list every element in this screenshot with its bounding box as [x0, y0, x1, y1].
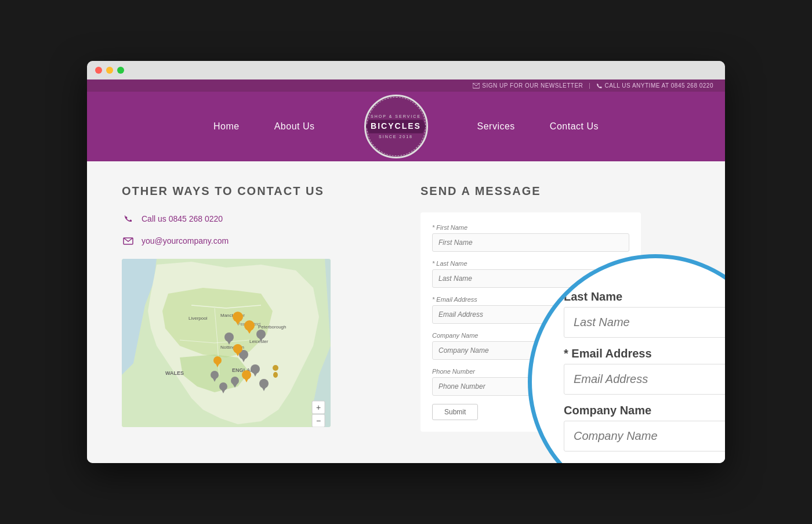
nav-home[interactable]: Home	[213, 121, 240, 132]
phone-contact-icon	[122, 212, 135, 225]
first-name-group: * First Name	[432, 224, 629, 252]
email-contact-label[interactable]: you@yourcompany.com	[142, 236, 229, 245]
email-icon	[473, 83, 480, 89]
nav-links: Home About Us SHOP & SERVICE BICYCLES SI…	[213, 92, 599, 161]
browser-window: SIGN UP FOR OUR NEWSLETTER | CALL US ANY…	[87, 61, 725, 463]
dot-close[interactable]	[95, 67, 102, 74]
phone-contact-item: Call us 0845 268 0220	[122, 212, 392, 225]
zoom-email-input[interactable]	[564, 364, 725, 395]
phone-contact-label[interactable]: Call us 0845 268 0220	[142, 214, 223, 223]
first-name-label: * First Name	[432, 224, 629, 231]
nav-contact[interactable]: Contact Us	[550, 121, 599, 132]
left-column: OTHER WAYS TO CONTACT US Call us 0845 26…	[122, 185, 392, 440]
zoom-email-label: * Email Address	[564, 347, 725, 360]
first-name-input[interactable]	[432, 233, 629, 252]
svg-text:Liverpool: Liverpool	[188, 316, 208, 321]
contact-section-title: OTHER WAYS TO CONTACT US	[122, 185, 392, 198]
dot-minimize[interactable]	[106, 67, 113, 74]
svg-text:Leicester: Leicester	[249, 339, 269, 344]
info-bar: SIGN UP FOR OUR NEWSLETTER | CALL US ANY…	[87, 79, 725, 92]
last-name-label: * Last Name	[432, 260, 629, 267]
logo-badge[interactable]: SHOP & SERVICE BICYCLES SINCE 2018	[361, 92, 431, 161]
svg-point-38	[273, 372, 278, 378]
svg-point-37	[273, 365, 278, 371]
separator: |	[589, 82, 590, 89]
map-container[interactable]: Liverpool Manchester Nottingham Leiceste…	[122, 259, 331, 427]
svg-text:Peterborough: Peterborough	[258, 324, 286, 330]
zoom-lastname-input[interactable]	[564, 307, 725, 338]
zoom-email-group: * Email Address	[564, 347, 725, 395]
logo-top-text: SHOP & SERVICE	[371, 114, 421, 118]
nav-about[interactable]: About Us	[274, 121, 315, 132]
logo-inner: SHOP & SERVICE BICYCLES SINCE 2018	[364, 95, 428, 158]
submit-button[interactable]: Submit	[432, 404, 478, 420]
zoom-company-group: Company Name	[564, 404, 725, 451]
nav-bar: Home About Us SHOP & SERVICE BICYCLES SI…	[87, 92, 725, 161]
zoom-lastname-group: Last Name	[564, 290, 725, 338]
phone-info: CALL US ANYTIME AT 0845 268 0220	[596, 82, 713, 89]
logo-bottom-text: SINCE 2018	[379, 135, 413, 139]
email-contact-item: you@yourcompany.com	[122, 234, 392, 247]
email-contact-icon	[122, 234, 135, 247]
svg-text:WALES: WALES	[165, 370, 184, 376]
dot-maximize[interactable]	[117, 67, 124, 74]
zoom-company-input[interactable]	[564, 421, 725, 451]
browser-titlebar	[87, 61, 725, 79]
map-svg: Liverpool Manchester Nottingham Leiceste…	[122, 259, 331, 427]
main-area: OTHER WAYS TO CONTACT US Call us 0845 26…	[87, 161, 725, 463]
zoom-company-label: Company Name	[564, 404, 725, 417]
phone-icon	[596, 83, 602, 89]
newsletter-link[interactable]: SIGN UP FOR OUR NEWSLETTER	[473, 82, 583, 89]
logo-main-text: BICYCLES	[366, 120, 426, 133]
svg-text:+: +	[316, 403, 321, 412]
zoom-lastname-label: Last Name	[564, 290, 725, 303]
form-section-title: SEND A MESSAGE	[420, 185, 690, 198]
svg-text:−: −	[316, 416, 321, 425]
nav-services[interactable]: Services	[477, 121, 515, 132]
